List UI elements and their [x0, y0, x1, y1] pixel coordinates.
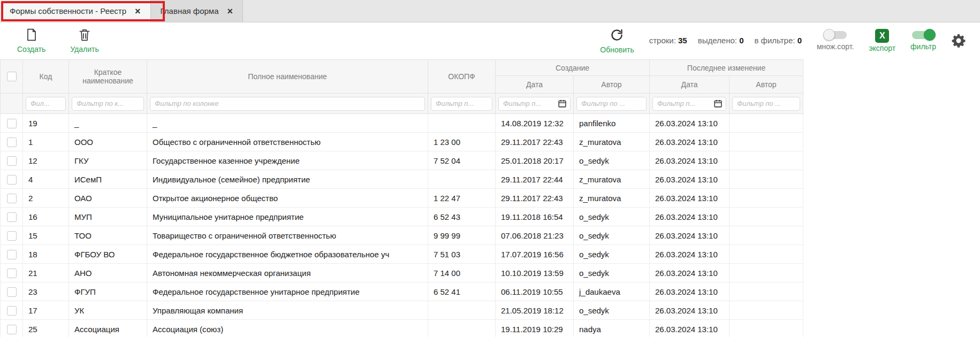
cell-okopf[interactable]: 1 23 00: [428, 133, 496, 151]
row-checkbox[interactable]: [7, 137, 17, 147]
cell-created-date[interactable]: 21.05.2019 18:12: [496, 301, 574, 320]
cell-okopf[interactable]: 6 52 41: [428, 282, 496, 301]
cell-code[interactable]: 21: [23, 264, 69, 282]
cell-code[interactable]: 23: [23, 282, 69, 301]
row-checkbox[interactable]: [7, 325, 17, 334]
cell-modified-date[interactable]: 26.03.2024 13:10: [650, 133, 730, 151]
row-checkbox[interactable]: [7, 306, 17, 316]
cell-modified-date[interactable]: 26.03.2024 13:10: [650, 226, 730, 245]
cell-modified-date[interactable]: 26.03.2024 13:10: [650, 208, 730, 226]
tab-close-icon[interactable]: ×: [135, 6, 141, 16]
cell-okopf[interactable]: 7 52 04: [428, 151, 496, 170]
calendar-icon[interactable]: [558, 99, 567, 108]
cell-code[interactable]: 17: [23, 301, 69, 320]
row-checkbox[interactable]: [7, 175, 17, 185]
cell-short-name[interactable]: МУП: [69, 208, 147, 226]
filter-modified-date-input[interactable]: [654, 97, 712, 110]
table-row[interactable]: 2 ОАО Открытое акционерное общество 1 22…: [1, 189, 803, 208]
cell-full-name[interactable]: Федеральное государственное бюджетное об…: [147, 245, 428, 264]
cell-modified-author[interactable]: [730, 114, 803, 133]
multisort-switch-icon[interactable]: [824, 31, 847, 39]
cell-modified-author[interactable]: [730, 208, 803, 226]
filter-created-author-input[interactable]: [576, 97, 647, 111]
tab-close-icon[interactable]: ×: [227, 6, 233, 16]
cell-created-author[interactable]: j_daukaeva: [574, 282, 650, 301]
cell-created-date[interactable]: 07.06.2018 21:23: [496, 226, 574, 245]
column-header-modified-author[interactable]: Автор: [730, 76, 803, 94]
cell-short-name[interactable]: ФГУП: [69, 282, 147, 301]
cell-full-name[interactable]: Управляющая компания: [147, 301, 428, 320]
table-row[interactable]: 19 _ _ 14.08.2019 12:32 panfilenko 26.03…: [1, 114, 803, 133]
cell-okopf[interactable]: [428, 170, 496, 189]
tab-forms-registry[interactable]: Формы собственности - Реестр ×: [0, 0, 151, 22]
refresh-button[interactable]: Обновить: [600, 28, 634, 53]
cell-created-date[interactable]: 29.11.2017 22:43: [496, 189, 574, 208]
filter-full-name-input[interactable]: [150, 97, 425, 111]
table-row[interactable]: 21 АНО Автономная некоммерческая организ…: [1, 264, 803, 282]
cell-created-date[interactable]: 10.10.2019 13:59: [496, 264, 574, 282]
cell-modified-date[interactable]: 26.03.2024 13:10: [650, 170, 730, 189]
cell-short-name[interactable]: ТОО: [69, 226, 147, 245]
cell-modified-author[interactable]: [730, 226, 803, 245]
settings-gear-icon[interactable]: [951, 33, 966, 48]
calendar-icon[interactable]: [713, 99, 723, 108]
cell-short-name[interactable]: Ассоциация: [69, 320, 147, 337]
cell-code[interactable]: 2: [23, 189, 69, 208]
tab-main-form[interactable]: Главная форма ×: [151, 0, 243, 22]
cell-modified-date[interactable]: 26.03.2024 13:10: [650, 151, 730, 170]
column-header-code[interactable]: Код: [23, 60, 69, 94]
cell-code[interactable]: 18: [23, 245, 69, 264]
column-header-short-name[interactable]: Краткое наименование: [69, 60, 147, 94]
cell-created-author[interactable]: o_sedyk: [574, 245, 650, 264]
cell-created-date[interactable]: 14.08.2019 12:32: [496, 114, 574, 133]
filter-okopf-input[interactable]: [431, 97, 492, 111]
cell-created-author[interactable]: o_sedyk: [574, 208, 650, 226]
table-row[interactable]: 1 ООО Общество с ограниченной ответствен…: [1, 133, 803, 151]
table-row[interactable]: 4 ИСемП Индивидуальное (семейное) предпр…: [1, 170, 803, 189]
cell-full-name[interactable]: Товарищество с ограниченной ответственно…: [147, 226, 428, 245]
create-button[interactable]: Создать: [17, 28, 45, 53]
row-checkbox[interactable]: [7, 119, 17, 128]
filter-short-name-input[interactable]: [72, 97, 144, 111]
cell-created-author[interactable]: o_sedyk: [574, 151, 650, 170]
cell-code[interactable]: 1: [23, 133, 69, 151]
export-button[interactable]: X экспорт: [869, 29, 895, 52]
row-checkbox[interactable]: [7, 194, 17, 203]
cell-short-name[interactable]: ОАО: [69, 189, 147, 208]
table-row[interactable]: 15 ТОО Товарищество с ограниченной ответ…: [1, 226, 803, 245]
cell-short-name[interactable]: ИСемП: [69, 170, 147, 189]
cell-okopf[interactable]: [428, 320, 496, 337]
cell-okopf[interactable]: 9 99 99: [428, 226, 496, 245]
multisort-toggle[interactable]: множ.сорт.: [817, 31, 854, 50]
cell-created-author[interactable]: o_sedyk: [574, 226, 650, 245]
cell-short-name[interactable]: УК: [69, 301, 147, 320]
table-row[interactable]: 17 УК Управляющая компания 21.05.2019 18…: [1, 301, 803, 320]
row-checkbox[interactable]: [7, 156, 17, 166]
cell-created-date[interactable]: 19.11.2018 16:54: [496, 208, 574, 226]
cell-created-date[interactable]: 25.01.2018 20:17: [496, 151, 574, 170]
row-checkbox[interactable]: [7, 269, 17, 278]
cell-modified-author[interactable]: [730, 245, 803, 264]
cell-created-date[interactable]: 19.11.2019 10:29: [496, 320, 574, 337]
cell-code[interactable]: 16: [23, 208, 69, 226]
cell-full-name[interactable]: Муниципальное унитарное предприятие: [147, 208, 428, 226]
cell-modified-author[interactable]: [730, 282, 803, 301]
cell-created-author[interactable]: panfilenko: [574, 114, 650, 133]
row-checkbox[interactable]: [7, 231, 17, 241]
cell-okopf[interactable]: 7 51 03: [428, 245, 496, 264]
cell-full-name[interactable]: Федеральное государственное унитарное пр…: [147, 282, 428, 301]
cell-modified-date[interactable]: 26.03.2024 13:10: [650, 320, 730, 337]
cell-modified-author[interactable]: [730, 320, 803, 337]
cell-code[interactable]: 12: [23, 151, 69, 170]
cell-created-date[interactable]: 17.07.2019 16:56: [496, 245, 574, 264]
cell-created-author[interactable]: z_muratova: [574, 133, 650, 151]
cell-code[interactable]: 15: [23, 226, 69, 245]
cell-created-author[interactable]: z_muratova: [574, 170, 650, 189]
cell-full-name[interactable]: Открытое акционерное общество: [147, 189, 428, 208]
cell-modified-date[interactable]: 26.03.2024 13:10: [650, 301, 730, 320]
cell-full-name[interactable]: Автономная некоммерческая организация: [147, 264, 428, 282]
filter-switch-icon[interactable]: [912, 31, 935, 39]
cell-modified-author[interactable]: [730, 151, 803, 170]
cell-modified-date[interactable]: 26.03.2024 13:10: [650, 114, 730, 133]
cell-modified-date[interactable]: 26.03.2024 13:10: [650, 189, 730, 208]
